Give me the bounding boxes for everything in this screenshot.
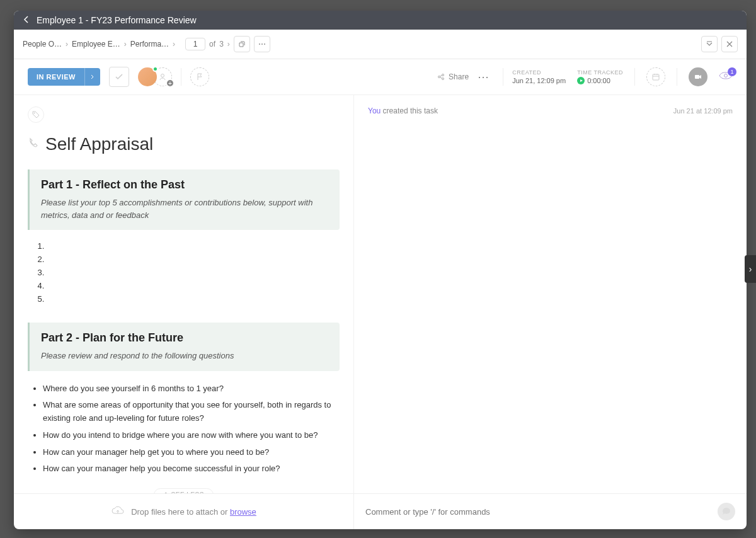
cloud-upload-icon: [111, 506, 125, 518]
svg-point-7: [34, 113, 35, 114]
status-button[interactable]: IN REVIEW: [28, 68, 100, 86]
list-item[interactable]: [47, 268, 340, 277]
activity-entry: You created this task Jun 21 at 12:09 pm: [368, 106, 733, 115]
list-item[interactable]: [47, 255, 340, 264]
time-tracked-label: TIME TRACKED: [577, 69, 623, 76]
complete-check-button[interactable]: [109, 67, 129, 87]
part-1-subtitle: Please list your top 5 accomplishments o…: [41, 197, 328, 221]
breadcrumb-row: People O… › Employee E… › Performa… › 1 …: [14, 30, 747, 59]
share-button[interactable]: Share: [437, 72, 469, 81]
svg-point-1: [438, 76, 440, 78]
avatar[interactable]: [138, 67, 157, 86]
drop-files-text: Drop files here to attach or: [131, 507, 230, 517]
title-bar: Employee 1 - FY23 Performance Review: [14, 11, 747, 30]
list-item[interactable]: How can your manager help you become suc…: [43, 462, 340, 476]
part-2-title: Part 2 - Plan for the Future: [41, 331, 328, 345]
chevron-right-icon[interactable]: ›: [227, 40, 230, 49]
task-window-title: Employee 1 - FY23 Performance Review: [37, 15, 197, 25]
assignees: +: [138, 67, 172, 86]
part-2-block: Part 2 - Plan for the Future Please revi…: [28, 323, 340, 371]
list-item[interactable]: How do you intend to bridge where you ar…: [43, 429, 340, 442]
breadcrumb-item[interactable]: Performa…: [130, 40, 169, 49]
task-content-pane: Self Appraisal Part 1 - Reflect on the P…: [14, 95, 354, 493]
activity-pane: You created this task Jun 21 at 12:09 pm: [354, 95, 747, 493]
activity-action: created this task: [381, 106, 438, 115]
svg-point-2: [442, 74, 444, 76]
comment-input[interactable]: [365, 507, 711, 517]
online-status-icon: [152, 66, 158, 72]
copy-link-icon[interactable]: [234, 36, 250, 52]
tags-button[interactable]: [28, 106, 44, 123]
activity-timestamp: Jun 21 at 12:09 pm: [673, 107, 733, 115]
right-expand-tab[interactable]: ›: [745, 255, 756, 283]
svg-rect-4: [653, 74, 659, 80]
page-of-label: of: [209, 40, 215, 49]
priority-flag-button[interactable]: [190, 67, 209, 86]
time-tracked-meta: TIME TRACKED 0:00:00: [577, 69, 623, 84]
send-comment-icon[interactable]: [718, 503, 735, 520]
back-icon[interactable]: [23, 15, 30, 25]
created-meta: CREATED Jun 21, 12:09 pm: [512, 69, 566, 84]
task-title[interactable]: Self Appraisal: [45, 134, 153, 154]
chevron-right-icon: ›: [66, 40, 68, 49]
chevron-right-icon: ›: [173, 40, 175, 49]
list-item[interactable]: What are some areas of opportunity that …: [43, 399, 340, 425]
questions-list[interactable]: Where do you see yourself in 6 months to…: [43, 382, 340, 476]
page-total: 3: [219, 40, 224, 49]
svg-point-3: [442, 78, 444, 80]
list-item[interactable]: [47, 281, 340, 290]
list-item[interactable]: [47, 294, 340, 304]
attachment-dropzone[interactable]: Drop files here to attach or browse: [14, 494, 354, 529]
more-options-icon[interactable]: ⋯: [254, 36, 270, 52]
see-less-button[interactable]: ⌃ SEE LESS: [154, 488, 214, 493]
svg-point-6: [724, 74, 728, 77]
svg-point-0: [161, 74, 164, 77]
watcher-count-badge: 1: [728, 67, 736, 76]
time-tracked-value[interactable]: 0:00:00: [577, 77, 623, 84]
status-dropdown-icon[interactable]: [84, 68, 100, 86]
list-item[interactable]: Where do you see yourself in 6 months to…: [43, 382, 340, 396]
minimize-icon[interactable]: [701, 36, 718, 52]
chevron-right-icon: ›: [124, 40, 127, 49]
browse-link[interactable]: browse: [230, 507, 256, 517]
task-type-icon: [28, 137, 39, 151]
created-label: CREATED: [512, 69, 566, 76]
close-icon[interactable]: [721, 36, 738, 52]
part-1-block: Part 1 - Reflect on the Past Please list…: [28, 169, 340, 230]
task-meta-row: IN REVIEW + Share ⋯ CREATE: [14, 59, 747, 95]
chevron-up-icon: ⌃: [163, 491, 169, 493]
part-1-title: Part 1 - Reflect on the Past: [41, 178, 328, 192]
activity-actor[interactable]: You: [368, 106, 381, 115]
accomplishments-list[interactable]: [47, 241, 340, 304]
created-value: Jun 21, 12:09 pm: [512, 77, 566, 84]
play-icon[interactable]: [577, 77, 585, 84]
task-footer: Drop files here to attach or browse: [14, 493, 747, 529]
plus-icon: +: [166, 79, 175, 88]
video-chat-icon[interactable]: [689, 67, 707, 86]
list-item[interactable]: [47, 241, 340, 251]
status-label[interactable]: IN REVIEW: [28, 68, 84, 86]
breadcrumb-item[interactable]: People O…: [23, 40, 62, 49]
watchers-button[interactable]: 1: [719, 71, 733, 83]
breadcrumb-item[interactable]: Employee E…: [72, 40, 120, 49]
page-number-input[interactable]: 1: [185, 38, 205, 50]
svg-rect-5: [695, 75, 699, 79]
more-menu-icon[interactable]: ⋯: [478, 70, 490, 84]
task-modal: Employee 1 - FY23 Performance Review Peo…: [14, 11, 747, 529]
due-date-button[interactable]: [646, 67, 665, 86]
list-item[interactable]: How can your manager help get you to whe…: [43, 446, 340, 459]
part-2-subtitle: Please review and respond to the followi…: [41, 350, 328, 362]
share-label: Share: [449, 72, 469, 81]
